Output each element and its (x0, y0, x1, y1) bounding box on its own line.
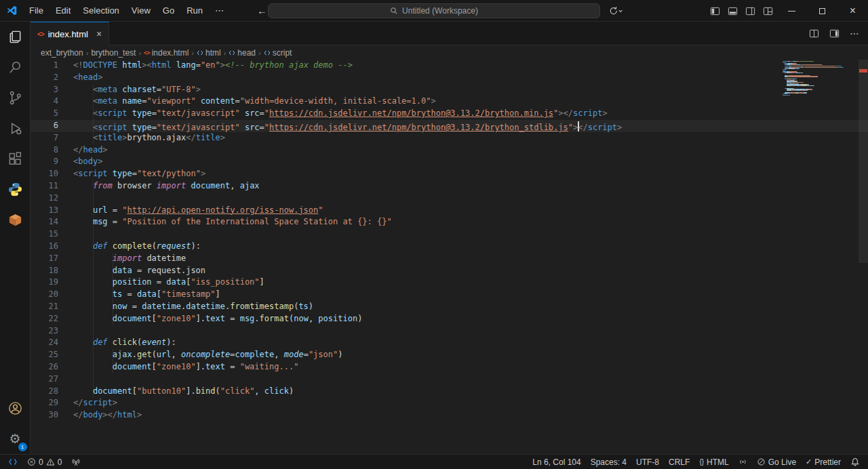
command-center[interactable]: Untitled (Workspace) (268, 3, 600, 18)
toggle-panel-icon[interactable] (724, 0, 741, 22)
code-line-23[interactable]: 23 (31, 325, 868, 338)
menu-selection[interactable]: Selection (77, 0, 125, 22)
menu-view[interactable]: View (125, 0, 157, 22)
breadcrumb-symbol-html[interactable]: html (197, 48, 221, 58)
extensions-icon[interactable] (0, 144, 31, 174)
cursor-position[interactable]: Ln 6, Col 104 (528, 455, 585, 469)
breadcrumb-folder[interactable]: brython_test (91, 48, 136, 58)
line-content: <!DOCTYPE html><html lang="en"><!-- bryt… (58, 60, 353, 72)
menu-go[interactable]: Go (157, 0, 180, 22)
line-content: </script> (58, 397, 117, 409)
breadcrumb-symbol-script[interactable]: script (264, 48, 292, 58)
code-line-24[interactable]: 24 def click(event): (31, 337, 868, 349)
broadcast-indicator[interactable] (734, 455, 751, 469)
live-server-port[interactable] (67, 455, 85, 469)
line-content (58, 325, 73, 338)
line-number: 9 (31, 156, 58, 168)
line-number: 21 (31, 301, 58, 313)
code-line-9[interactable]: 9<body> (31, 156, 868, 168)
code-line-22[interactable]: 22 document["zone10"].text = msg.format(… (31, 313, 868, 325)
indentation[interactable]: Spaces: 4 (587, 455, 631, 469)
minimize-button[interactable] (776, 0, 807, 22)
tab-close-icon[interactable]: × (96, 28, 102, 39)
code-line-29[interactable]: 29</script> (31, 397, 868, 409)
search-sidebar-icon[interactable] (0, 52, 31, 83)
python-extension-icon[interactable] (0, 174, 31, 205)
encoding[interactable]: UTF-8 (632, 455, 663, 469)
eol-sequence[interactable]: CRLF (665, 455, 694, 469)
maximize-button[interactable] (807, 0, 837, 22)
close-button[interactable]: × (837, 0, 868, 22)
explorer-icon[interactable] (0, 22, 31, 52)
code-line-11[interactable]: 11 from browser import document, ajax (31, 180, 868, 192)
error-count: 0 (39, 457, 43, 467)
code-line-8[interactable]: 8</head> (31, 144, 868, 157)
go-back-icon[interactable]: ← (257, 5, 267, 16)
code-line-21[interactable]: 21 now = datetime.datetime.fromtimestamp… (31, 301, 868, 313)
line-content (58, 373, 73, 386)
menu-file[interactable]: File (23, 0, 50, 22)
line-content: from browser import document, ajax (58, 180, 260, 192)
code-line-13[interactable]: 13 url = "http://api.open-notify.org/iss… (31, 205, 868, 217)
code-line-18[interactable]: 18 data = request.json (31, 265, 868, 277)
code-line-4[interactable]: 4 <meta name="viewport" content="width=d… (31, 96, 868, 108)
symbol-icon (229, 49, 235, 56)
code-line-1[interactable]: 1<!DOCTYPE html><html lang="en"><!-- bry… (31, 60, 868, 72)
radio-tower-icon (71, 457, 81, 467)
split-editor-icon[interactable] (806, 25, 822, 41)
code-line-28[interactable]: 28 document["button10"].bind("click", cl… (31, 386, 868, 398)
code-line-19[interactable]: 19 position = data["iss_position"] (31, 277, 868, 289)
overview-ruler[interactable] (859, 60, 868, 454)
menu-edit[interactable]: Edit (50, 0, 77, 22)
breadcrumb-file[interactable]: <> index.html (144, 48, 189, 58)
problems-indicator[interactable]: 0 0 (23, 455, 66, 469)
go-live[interactable]: Go Live (753, 455, 800, 469)
code-line-30[interactable]: 30</body></html> (31, 409, 868, 422)
code-line-14[interactable]: 14 msg = "Position of the International … (31, 216, 868, 228)
code-line-26[interactable]: 26 document["zone10"].text = "waiting...… (31, 361, 868, 373)
code-line-25[interactable]: 25 ajax.get(url, oncomplete=complete, mo… (31, 349, 868, 361)
line-number: 25 (31, 349, 58, 361)
run-debug-icon[interactable] (0, 113, 31, 144)
sync-icon[interactable] (609, 6, 623, 16)
toggle-secondary-sidebar-icon[interactable] (741, 0, 759, 22)
code-line-16[interactable]: 16 def complete(request): (31, 241, 868, 253)
code-line-15[interactable]: 15 (31, 228, 868, 241)
more-actions-icon[interactable]: ⋯ (846, 25, 863, 41)
minimap[interactable] (783, 61, 859, 96)
code-editor[interactable]: 1<!DOCTYPE html><html lang="en"><!-- bry… (31, 60, 868, 454)
prettier[interactable]: ✓ Prettier (802, 455, 845, 469)
go-live-icon (757, 457, 766, 466)
remote-indicator[interactable] (4, 455, 22, 469)
breadcrumb-folder[interactable]: ext_brython (41, 48, 83, 58)
code-line-5[interactable]: 5 <script type="text/javascript" src="ht… (31, 108, 868, 120)
breadcrumb-symbol-head[interactable]: head (229, 48, 256, 58)
code-line-27[interactable]: 27 (31, 373, 868, 386)
menu-run[interactable]: Run (180, 0, 209, 22)
menu-overflow[interactable]: ⋯ (209, 0, 230, 22)
line-number: 1 (31, 60, 58, 72)
scrollbar-thumb[interactable] (859, 60, 868, 263)
code-line-10[interactable]: 10<script type="text/python"> (31, 168, 868, 180)
open-layout-icon[interactable] (826, 25, 842, 41)
account-icon[interactable] (0, 393, 31, 424)
code-line-7[interactable]: 7 <title>brython.ajax</title> (31, 132, 868, 144)
code-line-17[interactable]: 17 import datetime (31, 253, 868, 265)
source-control-icon[interactable] (0, 83, 31, 113)
code-line-20[interactable]: 20 ts = data["timestamp"] (31, 289, 868, 301)
html-file-icon: <> (144, 49, 150, 56)
code-line-12[interactable]: 12 (31, 192, 868, 205)
line-content: document["zone10"].text = "waiting..." (58, 361, 298, 373)
notifications[interactable] (846, 455, 864, 469)
toggle-sidebar-icon[interactable] (706, 0, 724, 22)
customize-layout-icon[interactable] (759, 0, 776, 22)
tab-index-html[interactable]: <> index.html × (31, 22, 109, 45)
language-mode[interactable]: {} HTML (695, 455, 732, 469)
line-number: 4 (31, 96, 58, 108)
bell-icon (850, 457, 860, 467)
code-line-2[interactable]: 2<head> (31, 72, 868, 84)
code-line-6[interactable]: 6 <script type="text/javascript" src="ht… (31, 120, 868, 132)
container-extension-icon[interactable] (0, 205, 31, 235)
code-line-3[interactable]: 3 <meta charset="UTF-8"> (31, 84, 868, 96)
manage-gear-icon[interactable]: ⚙ 1 (0, 424, 31, 454)
